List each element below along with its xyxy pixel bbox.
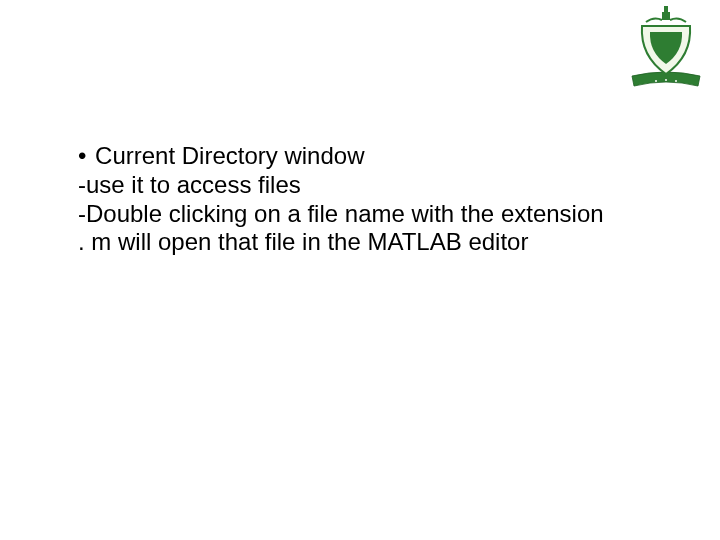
svg-point-2	[665, 79, 667, 81]
svg-rect-0	[662, 12, 670, 20]
body-line-2: -use it to access files	[78, 171, 638, 200]
svg-point-4	[675, 80, 677, 82]
slide-body: • Current Directory window -use it to ac…	[78, 142, 638, 257]
svg-rect-1	[664, 6, 668, 13]
university-logo	[626, 6, 706, 94]
body-line-3: -Double clicking on a file name with the…	[78, 200, 638, 229]
bullet-marker: •	[78, 142, 86, 171]
bullet-text-1: Current Directory window	[95, 142, 364, 169]
body-line-4: . m will open that file in the MATLAB ed…	[78, 228, 638, 257]
bullet-line-1: • Current Directory window	[78, 142, 638, 171]
svg-point-3	[655, 80, 657, 82]
